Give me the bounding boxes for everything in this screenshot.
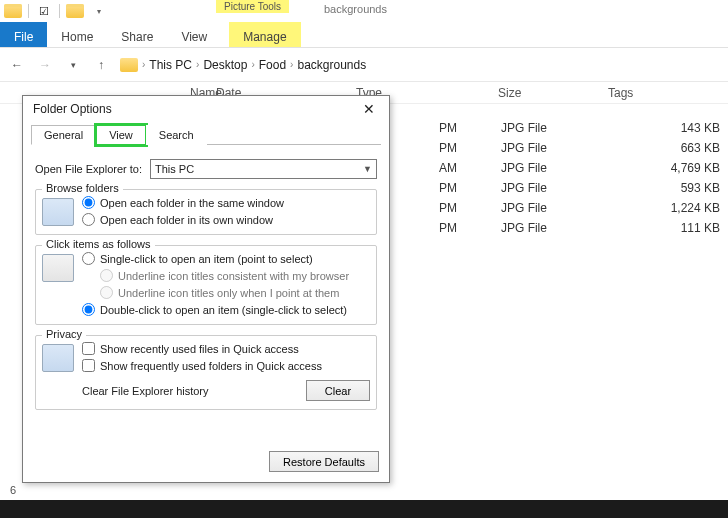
cell-type: JPG File xyxy=(493,221,625,235)
chevron-right-icon: › xyxy=(251,59,254,70)
crumb[interactable]: This PC xyxy=(149,58,192,72)
radio-input xyxy=(100,286,113,299)
dialog-body: Open File Explorer to: This PC ▼ Browse … xyxy=(31,144,381,447)
group-legend: Click items as follows xyxy=(42,238,155,250)
checkbox-icon[interactable]: ☑ xyxy=(35,2,53,20)
nav-back-icon[interactable]: ← xyxy=(8,56,26,74)
nav-recent-icon[interactable]: ▾ xyxy=(64,56,82,74)
col-size[interactable]: Size xyxy=(490,86,600,100)
close-icon: ✕ xyxy=(363,101,375,117)
privacy-icon xyxy=(42,344,74,372)
nav-forward-icon[interactable]: → xyxy=(36,56,54,74)
check-label: Show recently used files in Quick access xyxy=(100,343,299,355)
radio-label: Underline icon titles consistent with my… xyxy=(118,270,349,282)
privacy-group: Privacy Show recently used files in Quic… xyxy=(35,335,377,410)
status-item-count: 6 xyxy=(10,484,16,496)
cell-type: JPG File xyxy=(493,201,625,215)
radio-same-window[interactable]: Open each folder in the same window xyxy=(82,196,370,209)
crumb[interactable]: Food xyxy=(259,58,286,72)
crumb[interactable]: Desktop xyxy=(203,58,247,72)
folder-icon xyxy=(66,2,84,20)
separator xyxy=(28,4,29,18)
cell-type: JPG File xyxy=(493,141,625,155)
nav-up-icon[interactable]: ↑ xyxy=(92,56,110,74)
radio-label: Open each folder in its own window xyxy=(100,214,273,226)
open-explorer-to-combo[interactable]: This PC ▼ xyxy=(150,159,377,179)
radio-own-window[interactable]: Open each folder in its own window xyxy=(82,213,370,226)
chevron-right-icon: › xyxy=(142,59,145,70)
cell-size: 663 KB xyxy=(624,141,728,155)
open-explorer-to-row: Open File Explorer to: This PC ▼ xyxy=(35,159,377,179)
cursor-icon xyxy=(42,254,74,282)
open-explorer-to-label: Open File Explorer to: xyxy=(35,163,142,175)
click-items-group: Click items as follows Single-click to o… xyxy=(35,245,377,325)
restore-defaults-button[interactable]: Restore Defaults xyxy=(269,451,379,472)
radio-underline-point: Underline icon titles only when I point … xyxy=(100,286,370,299)
cell-type: JPG File xyxy=(493,161,625,175)
radio-label: Underline icon titles only when I point … xyxy=(118,287,339,299)
clear-button[interactable]: Clear xyxy=(306,380,370,401)
cell-size: 4,769 KB xyxy=(624,161,728,175)
dropdown-icon[interactable]: ▾ xyxy=(90,2,108,20)
chevron-down-icon: ▼ xyxy=(363,164,372,174)
radio-label: Double-click to open an item (single-cli… xyxy=(100,304,347,316)
window-icon xyxy=(42,198,74,226)
radio-underline-browser: Underline icon titles consistent with my… xyxy=(100,269,370,282)
button-label: Restore Defaults xyxy=(283,456,365,468)
radio-input xyxy=(100,269,113,282)
crumb[interactable]: backgrounds xyxy=(297,58,366,72)
radio-input[interactable] xyxy=(82,196,95,209)
taskbar-strip xyxy=(0,500,728,518)
combo-value: This PC xyxy=(155,163,194,175)
separator xyxy=(59,4,60,18)
tab-search[interactable]: Search xyxy=(146,125,207,145)
breadcrumb[interactable]: › This PC › Desktop › Food › backgrounds xyxy=(120,58,720,72)
tab-file[interactable]: File xyxy=(0,22,47,47)
folder-icon xyxy=(4,2,22,20)
clear-history-label: Clear File Explorer history xyxy=(82,385,209,397)
ribbon-tabs: File Home Share View Manage xyxy=(0,22,728,48)
tab-share[interactable]: Share xyxy=(107,22,167,47)
col-tags[interactable]: Tags xyxy=(600,86,728,100)
folder-icon xyxy=(120,58,138,72)
cell-size: 593 KB xyxy=(624,181,728,195)
radio-input[interactable] xyxy=(82,303,95,316)
close-button[interactable]: ✕ xyxy=(355,99,383,119)
dialog-title: Folder Options xyxy=(33,102,112,116)
check-frequent-folders[interactable]: Show frequently used folders in Quick ac… xyxy=(82,359,370,372)
check-label: Show frequently used folders in Quick ac… xyxy=(100,360,322,372)
address-bar-row: ← → ▾ ↑ › This PC › Desktop › Food › bac… xyxy=(0,48,728,82)
dialog-titlebar: Folder Options ✕ xyxy=(23,96,389,122)
button-label: Clear xyxy=(325,385,351,397)
check-recent-files[interactable]: Show recently used files in Quick access xyxy=(82,342,370,355)
dialog-tabs: General View Search xyxy=(23,124,389,144)
group-legend: Browse folders xyxy=(42,182,123,194)
radio-double-click[interactable]: Double-click to open an item (single-cli… xyxy=(82,303,370,316)
checkbox-input[interactable] xyxy=(82,342,95,355)
cell-size: 143 KB xyxy=(624,121,728,135)
radio-label: Single-click to open an item (point to s… xyxy=(100,253,313,265)
window-title: backgrounds xyxy=(324,3,387,15)
dialog-footer: Restore Defaults xyxy=(23,447,389,482)
chevron-right-icon: › xyxy=(196,59,199,70)
radio-input[interactable] xyxy=(82,213,95,226)
tab-home[interactable]: Home xyxy=(47,22,107,47)
context-tools-label: Picture Tools xyxy=(216,0,289,13)
cell-size: 1,224 KB xyxy=(624,201,728,215)
folder-options-dialog: Folder Options ✕ General View Search Ope… xyxy=(22,95,390,483)
tab-view[interactable]: View xyxy=(96,125,146,145)
browse-folders-group: Browse folders Open each folder in the s… xyxy=(35,189,377,235)
cell-type: JPG File xyxy=(493,181,625,195)
tab-manage[interactable]: Manage xyxy=(229,22,300,47)
cell-type: JPG File xyxy=(493,121,625,135)
radio-label: Open each folder in the same window xyxy=(100,197,284,209)
cell-size: 111 KB xyxy=(624,221,728,235)
radio-single-click[interactable]: Single-click to open an item (point to s… xyxy=(82,252,370,265)
group-legend: Privacy xyxy=(42,328,86,340)
tab-view[interactable]: View xyxy=(167,22,221,47)
chevron-right-icon: › xyxy=(290,59,293,70)
tab-general[interactable]: General xyxy=(31,125,96,145)
checkbox-input[interactable] xyxy=(82,359,95,372)
radio-input[interactable] xyxy=(82,252,95,265)
